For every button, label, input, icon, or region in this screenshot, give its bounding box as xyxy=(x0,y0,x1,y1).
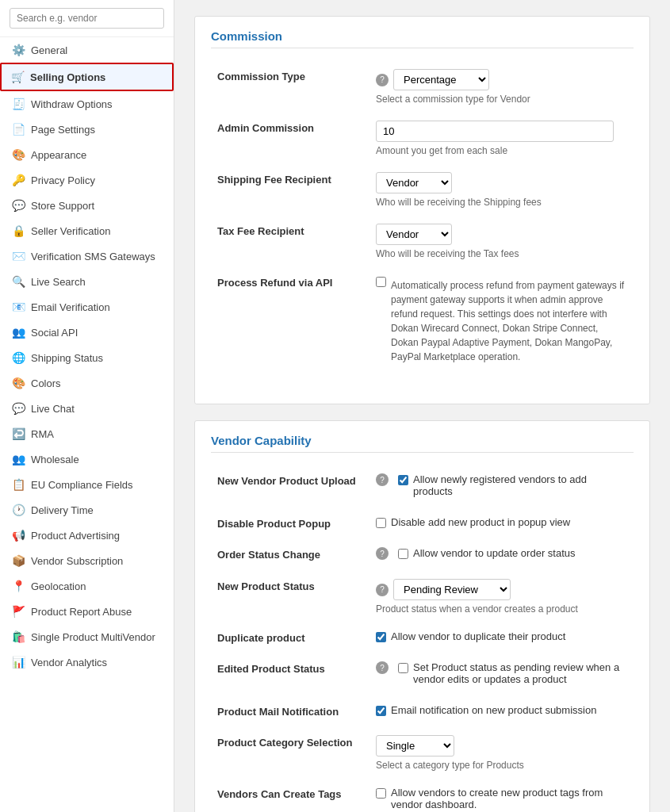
shipping-fee-cell: Vendor Admin Who will be receiving the S… xyxy=(369,164,634,216)
disable-product-popup-text: Disable add new product in popup view xyxy=(391,516,570,528)
edited-product-status-help-icon[interactable]: ? xyxy=(376,661,389,674)
delivery-time-icon: 🕐 xyxy=(12,504,25,516)
sidebar-item-delivery-time[interactable]: 🕐 Delivery Time xyxy=(0,497,174,523)
sidebar-item-eu-compliance[interactable]: 📋 EU Compliance Fields xyxy=(0,472,174,497)
tax-fee-select[interactable]: Vendor Admin xyxy=(376,224,452,245)
live-search-icon: 🔍 xyxy=(12,275,25,288)
sidebar-item-vendor-subscription[interactable]: 📦 Vendor Subscription xyxy=(0,548,174,573)
sidebar-item-live-search[interactable]: 🔍 Live Search xyxy=(0,269,174,294)
tax-fee-desc: Who will be receiving the Tax fees xyxy=(376,248,627,259)
sidebar-item-wholesale[interactable]: 👥 Wholesale xyxy=(0,446,174,472)
vendors-can-create-tags-text: Allow vendors to create new product tags… xyxy=(391,787,627,810)
sidebar-label-live-search: Live Search xyxy=(31,276,86,288)
seller-verification-icon: 🔒 xyxy=(12,224,25,237)
sidebar-item-general[interactable]: ⚙️ General xyxy=(0,37,174,63)
admin-commission-input[interactable] xyxy=(376,121,614,142)
new-vendor-product-upload-help-icon[interactable]: ? xyxy=(376,473,389,486)
commission-type-label: Commission Type xyxy=(211,61,369,113)
sidebar-label-selling-options: Selling Options xyxy=(30,71,105,83)
commission-type-cell: ? Percentage Fixed Combined Select a com… xyxy=(369,61,634,113)
page-settings-icon: 📄 xyxy=(12,123,25,136)
sidebar-item-rma[interactable]: ↩️ RMA xyxy=(0,421,174,446)
product-mail-notification-text: Email notification on new product submis… xyxy=(391,704,596,716)
sidebar-item-shipping-status[interactable]: 🌐 Shipping Status xyxy=(0,345,174,370)
new-product-status-help-icon[interactable]: ? xyxy=(376,584,389,596)
tax-fee-label: Tax Fee Recipient xyxy=(211,216,369,267)
sidebar-item-vendor-analytics[interactable]: 📊 Vendor Analytics xyxy=(0,649,174,675)
process-refund-row: Process Refund via API Automatically pro… xyxy=(211,267,634,375)
edited-product-status-checkbox[interactable] xyxy=(398,663,408,673)
sidebar-item-selling-options[interactable]: 🛒 Selling Options xyxy=(0,63,174,91)
process-refund-checkbox-row: Automatically process refund from paymen… xyxy=(376,275,627,364)
commission-title: Commission xyxy=(211,29,634,48)
duplicate-product-cell: Allow vendor to duplicate their product xyxy=(369,622,634,653)
product-mail-notification-row: Product Mail Notification Email notifica… xyxy=(211,696,634,727)
social-api-icon: 👥 xyxy=(12,326,25,339)
order-status-change-help-icon[interactable]: ? xyxy=(376,547,389,560)
sidebar-item-geolocation[interactable]: 📍 Geolocation xyxy=(0,573,174,599)
sidebar-item-product-report-abuse[interactable]: 🚩 Product Report Abuse xyxy=(0,599,174,624)
new-product-status-cell: ? Pending Review Published Product statu… xyxy=(369,571,634,622)
disable-product-popup-checkbox-row: Disable add new product in popup view xyxy=(376,516,627,528)
process-refund-checkbox[interactable] xyxy=(376,277,386,287)
admin-commission-desc: Amount you get from each sale xyxy=(376,145,627,156)
sidebar-label-seller-verification: Seller Verification xyxy=(31,225,110,237)
tax-fee-row: Tax Fee Recipient Vendor Admin Who will … xyxy=(211,216,634,267)
wholesale-icon: 👥 xyxy=(12,453,25,465)
sidebar-items: ⚙️ General 🛒 Selling Options 🧾 Withdraw … xyxy=(0,37,174,675)
commission-type-select[interactable]: Percentage Fixed Combined xyxy=(393,69,489,90)
search-input[interactable] xyxy=(10,8,164,29)
new-vendor-product-upload-checkbox[interactable] xyxy=(398,475,408,485)
sidebar-item-withdraw-options[interactable]: 🧾 Withdraw Options xyxy=(0,91,174,117)
duplicate-product-checkbox[interactable] xyxy=(376,632,386,642)
commission-type-desc: Select a commission type for Vendor xyxy=(376,94,627,105)
sidebar-item-colors[interactable]: 🎨 Colors xyxy=(0,370,174,396)
single-product-multivendor-icon: 🛍️ xyxy=(12,630,25,643)
shipping-fee-row: Shipping Fee Recipient Vendor Admin Who … xyxy=(211,164,634,216)
process-refund-text: Automatically process refund from paymen… xyxy=(391,278,627,364)
sidebar-item-live-chat[interactable]: 💬 Live Chat xyxy=(0,396,174,421)
order-status-change-cell: ? Allow vendor to update order status xyxy=(369,539,634,571)
product-category-selection-select[interactable]: Single Multiple xyxy=(376,735,454,756)
sidebar-item-email-verification[interactable]: 📧 Email Verification xyxy=(0,294,174,320)
sidebar-item-verification-sms[interactable]: ✉️ Verification SMS Gateways xyxy=(0,243,174,269)
sidebar-item-store-support[interactable]: 💬 Store Support xyxy=(0,193,174,218)
vendors-can-create-tags-label: Vendors Can Create Tags xyxy=(211,779,369,812)
product-advertising-icon: 📢 xyxy=(12,529,25,542)
product-category-selection-row: Product Category Selection Single Multip… xyxy=(211,727,634,779)
shipping-fee-label: Shipping Fee Recipient xyxy=(211,164,369,216)
product-mail-notification-checkbox[interactable] xyxy=(376,706,386,716)
order-status-change-text: Allow vendor to update order status xyxy=(413,547,576,559)
vendor-capability-section: Vendor Capability New Vendor Product Upl… xyxy=(194,420,650,812)
rma-icon: ↩️ xyxy=(12,427,25,440)
sidebar-label-wholesale: Wholesale xyxy=(31,454,79,465)
order-status-change-label: Order Status Change xyxy=(211,539,369,571)
privacy-policy-icon: 🔑 xyxy=(12,174,25,186)
disable-product-popup-cell: Disable add new product in popup view xyxy=(369,508,634,539)
sidebar-label-colors: Colors xyxy=(31,377,61,389)
search-box[interactable] xyxy=(0,0,174,37)
sidebar-item-page-settings[interactable]: 📄 Page Settings xyxy=(0,117,174,142)
sidebar-label-rma: RMA xyxy=(31,428,54,440)
commission-type-row: Commission Type ? Percentage Fixed Combi… xyxy=(211,61,634,113)
edited-product-status-checkbox-row: ? Set Product status as pending review w… xyxy=(376,661,627,685)
sidebar-label-privacy-policy: Privacy Policy xyxy=(31,174,95,186)
vendor-capability-title: Vendor Capability xyxy=(211,434,634,453)
commission-type-help-icon[interactable]: ? xyxy=(376,74,389,86)
colors-icon: 🎨 xyxy=(12,377,25,389)
new-product-status-select[interactable]: Pending Review Published xyxy=(393,579,511,600)
sidebar-item-seller-verification[interactable]: 🔒 Seller Verification xyxy=(0,218,174,243)
sidebar-item-privacy-policy[interactable]: 🔑 Privacy Policy xyxy=(0,167,174,193)
sidebar-item-social-api[interactable]: 👥 Social API xyxy=(0,320,174,345)
sidebar-item-product-advertising[interactable]: 📢 Product Advertising xyxy=(0,523,174,548)
duplicate-product-text: Allow vendor to duplicate their product xyxy=(391,630,565,642)
vendors-can-create-tags-checkbox[interactable] xyxy=(376,788,386,799)
sidebar-label-email-verification: Email Verification xyxy=(31,301,110,313)
withdraw-icon: 🧾 xyxy=(12,98,25,110)
sidebar-item-single-product-multivendor[interactable]: 🛍️ Single Product MultiVendor xyxy=(0,624,174,649)
sidebar-item-appearance[interactable]: 🎨 Appearance xyxy=(0,142,174,167)
shipping-fee-select[interactable]: Vendor Admin xyxy=(376,172,452,193)
order-status-change-checkbox[interactable] xyxy=(398,549,408,559)
admin-commission-label: Admin Commission xyxy=(211,113,369,164)
disable-product-popup-checkbox[interactable] xyxy=(376,518,386,528)
